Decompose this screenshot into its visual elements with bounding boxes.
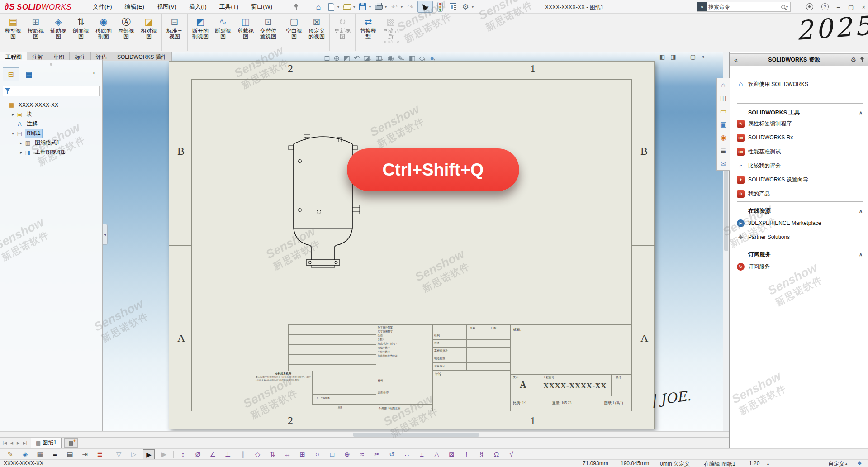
section-collapse-icon[interactable]: ∧	[859, 208, 863, 214]
toolbar-icon[interactable]: ◈	[18, 449, 33, 459]
ribbon-button[interactable]	[161, 14, 162, 51]
sheet-tab-active[interactable]: ▤ 图纸1	[31, 438, 62, 448]
tab-property-manager[interactable]: ▤	[21, 67, 37, 81]
toolbar-icon[interactable]: †	[459, 449, 474, 459]
task-pane-row[interactable]: ◔ 比较我的评分	[737, 161, 863, 170]
sheet-nav-icon[interactable]: ▶	[15, 441, 21, 445]
toolbar-icon[interactable]: ↕	[175, 449, 190, 459]
window-minimize-button[interactable]: –	[837, 4, 840, 10]
expand-arrow-icon[interactable]: ▸	[18, 150, 24, 155]
ribbon-button[interactable]: ▤ 模型视图	[2, 14, 24, 52]
rebuild-icon[interactable]	[435, 1, 446, 12]
tree-node[interactable]: ▸ ▥ 图纸格式1	[0, 138, 101, 148]
ribbon-button[interactable]: ∿ 断裂视图	[212, 14, 234, 52]
ribbon-button[interactable]: ◩ 断开的剖视图	[189, 14, 212, 52]
toolbar-icon[interactable]: ≡	[47, 449, 62, 459]
command-tab[interactable]: 注解	[27, 52, 48, 61]
toolbar-icon[interactable]: ✎	[3, 449, 18, 459]
ribbon-button[interactable]: ◈ 辅助视图	[47, 14, 70, 52]
account-icon[interactable]	[806, 3, 813, 10]
task-pane-row[interactable]: SOLIDWORKS 工具 ∧	[737, 108, 863, 117]
command-tab[interactable]: 工程图	[0, 52, 27, 61]
doc-window-button[interactable]: –	[682, 53, 685, 60]
toolbar-icon[interactable]: ⇥	[77, 449, 92, 459]
ribbon-button[interactable]: ⇄ 替换模型	[357, 14, 379, 52]
task-pane-row[interactable]: ▶ 3DEXPERIENCE Marketplace	[737, 219, 863, 228]
task-pane-row[interactable]	[737, 245, 863, 245]
tree-node[interactable]: ▾ ▤ 图纸1	[0, 129, 101, 138]
doc-window-button[interactable]: ▢	[690, 53, 696, 60]
task-pane-row[interactable]: ⌂ 欢迎使用 SOLIDWORKS	[737, 80, 863, 89]
help-icon[interactable]: ?	[821, 3, 829, 10]
toolbar-icon[interactable]: ≣	[92, 449, 107, 459]
task-pane-tab-icon[interactable]: ✉	[717, 157, 730, 170]
toolbar-icon[interactable]: ∠	[205, 449, 220, 459]
ribbon-button[interactable]: ⇅ 剖面视图	[70, 14, 92, 52]
toolbar-icon[interactable]: ±	[414, 449, 429, 459]
menu-item[interactable]: 文件(F)	[93, 3, 112, 11]
menu-item[interactable]: 插入(I)	[189, 3, 206, 11]
command-tab[interactable]: 草图	[48, 52, 69, 61]
horizontal-scrollbar[interactable]	[0, 431, 729, 437]
task-pane-tab-icon[interactable]: ◫	[717, 91, 730, 105]
toolbar-icon[interactable]: ○	[310, 449, 325, 459]
toolbar-icon[interactable]: ⊕	[340, 449, 355, 459]
toolbar-icon[interactable]: ⊥	[220, 449, 235, 459]
ribbon-button[interactable]	[329, 14, 330, 51]
tree-node[interactable]: A 注解	[0, 119, 101, 129]
command-tab[interactable]: 标注	[69, 52, 90, 61]
task-pane-row[interactable]	[737, 103, 863, 104]
panel-collapse-handle[interactable]: ◂	[103, 224, 108, 245]
home-icon[interactable]: ⌂	[313, 1, 324, 12]
toolbar-icon[interactable]: ∥	[235, 449, 250, 459]
drawing-sheet[interactable]: 2 1 2 1 B A B A	[169, 61, 655, 429]
expand-arrow-icon[interactable]: ▸	[10, 112, 16, 117]
section-collapse-icon[interactable]: ∧	[859, 252, 863, 257]
doc-window-button[interactable]: ◨	[670, 53, 676, 60]
ribbon-button[interactable]: ⊞ 投影视图	[24, 14, 47, 52]
toolbar-icon[interactable]	[107, 449, 111, 459]
horizontal-scroll-thumb[interactable]	[353, 433, 479, 437]
toolbar-icon[interactable]: △	[429, 449, 444, 459]
status-sheet-scale[interactable]: 1:20	[749, 460, 759, 467]
ribbon-button[interactable]: ◪ 相对视图	[138, 14, 160, 52]
ribbon-button[interactable]: ⊟ 标准三视图	[163, 14, 186, 52]
task-pane-row[interactable]: Rx 性能基准测试	[737, 147, 863, 156]
window-maximize-button[interactable]: ▢	[848, 4, 854, 10]
doc-window-button[interactable]: ×	[701, 53, 705, 60]
settings-gear-icon[interactable]: ⚙	[460, 1, 471, 12]
options-list-icon[interactable]	[447, 1, 458, 12]
add-sheet-button[interactable]: ▤✦	[64, 438, 78, 448]
tree-filter[interactable]	[3, 86, 100, 96]
ribbon-button[interactable]: ⊠ 预定义的视图	[305, 14, 328, 52]
toolbar-icon[interactable]: ◇	[250, 449, 265, 459]
task-pane-row[interactable]: ↻ 订阅服务	[737, 262, 863, 271]
pin-icon[interactable]	[293, 4, 299, 10]
expand-arrow-icon[interactable]: ▾	[10, 131, 16, 136]
menu-item[interactable]: 视图(V)	[157, 3, 176, 11]
open-icon[interactable]	[342, 1, 352, 12]
pane-gear-icon[interactable]: ⚙	[850, 56, 856, 63]
pane-pin-icon[interactable]	[860, 57, 864, 63]
tree-node[interactable]: ▸ ▣ 块	[0, 110, 101, 119]
toolbar-icon[interactable]: ▦	[33, 449, 47, 459]
panel-expand-chevron[interactable]: ›	[93, 69, 95, 76]
units-dropdown-icon[interactable]: ▴	[845, 462, 847, 466]
toolbar-icon[interactable]: ▽	[111, 449, 126, 459]
tree-node[interactable]: ▦ XXXX-XXXX-XX	[0, 100, 101, 110]
task-pane-tab-icon[interactable]: ⌂	[717, 78, 730, 91]
window-close-button[interactable]: ×	[862, 4, 865, 10]
tree-node[interactable]: ▸ ◨ 工程图视图1	[0, 148, 101, 157]
task-pane-row[interactable]: Rx SOLIDWORKS Rx	[737, 133, 863, 142]
tab-feature-tree[interactable]: ⊟	[3, 67, 19, 81]
scale-dropdown-icon[interactable]: ▴	[767, 462, 769, 466]
menu-item[interactable]: 窗口(W)	[251, 3, 272, 11]
toolbar-icon[interactable]: □	[325, 449, 340, 459]
ribbon-button[interactable]: ↻ 更新视图	[331, 14, 354, 52]
ribbon-button[interactable]: ◉ 移除的剖面	[92, 14, 115, 52]
toolbar-icon[interactable]: ▤	[62, 449, 77, 459]
toolbar-icon[interactable]: ⊞	[295, 449, 310, 459]
task-pane-row[interactable]: ⊙ 我的产品	[737, 189, 863, 198]
task-pane-row[interactable]: ✥ Partner Solutions	[737, 233, 863, 242]
sheet-nav-icon[interactable]: ◀	[9, 441, 14, 445]
